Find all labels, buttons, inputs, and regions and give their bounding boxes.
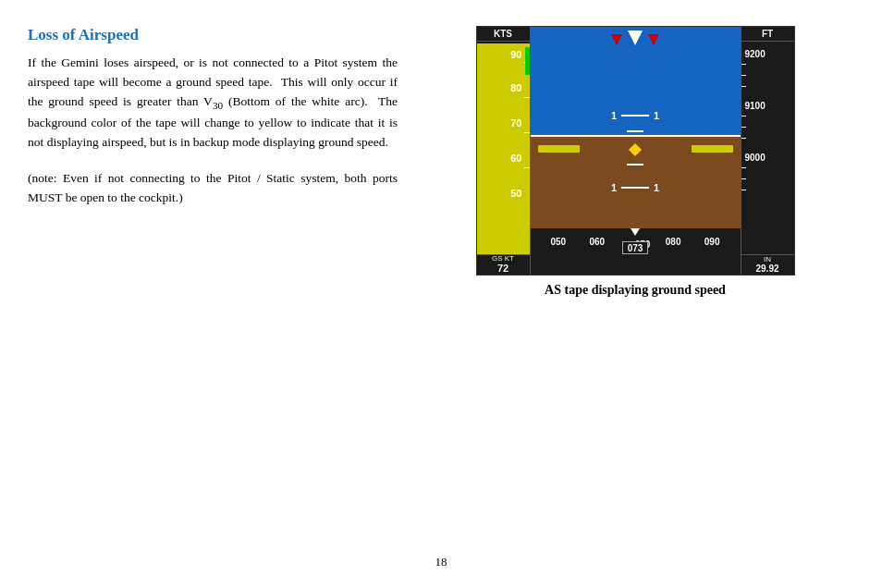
as-header: KTS [477,27,530,42]
alt-tick-8 [741,178,746,179]
alt-num-9100: 9100 [745,101,766,111]
pitch-num-right-bot: 1 [654,182,659,193]
page-number: 18 [435,555,447,570]
alt-current-value: 29.92 [755,263,778,274]
bank-triangle-left [611,34,622,45]
page-container: Loss of Airspeed If the Gemini loses air… [0,0,882,316]
hsi-090: 090 [704,237,720,247]
note-text: (note: Even if not connecting to the Pit… [28,169,398,208]
alt-num-9000: 9000 [745,153,766,163]
pitch-num-left-top: 1 [611,110,617,121]
pitch-ref-top: 1 1 [611,110,659,121]
hsi-pointer [631,228,640,236]
pitch-bar-bottom [621,187,649,189]
section-title: Loss of Airspeed [28,26,398,44]
attitude-area: 1 1 1 1 [531,27,741,230]
bank-indicator [611,31,659,45]
as-num-50: 50 [510,188,521,199]
hsi-current-box: 073 [622,241,648,254]
as-tick-3 [524,132,530,133]
alt-current-label: IN [764,256,771,263]
as-num-90: 90 [510,49,521,60]
yellow-bar-left [538,145,580,153]
pitch-bar-top [621,115,649,116]
as-tick-4 [524,167,530,168]
alt-tick-3 [741,86,746,87]
as-num-80: 80 [510,82,521,93]
hsi-current-value: 073 [628,243,643,253]
alt-tick-2 [741,75,746,76]
hsi-060: 060 [590,237,606,247]
bank-triangle-right [648,34,659,45]
pitch-bar-ground [627,164,643,165]
as-yellow-bg [477,43,530,254]
horizon-line [531,135,741,137]
left-panel: Loss of Airspeed If the Gemini loses air… [28,26,398,298]
as-num-70: 70 [510,117,521,129]
hsi-080: 080 [666,237,681,247]
pitch-num-right-top: 1 [654,110,659,121]
as-current-value: 72 [497,263,508,274]
alt-tick-9 [741,190,746,190]
right-panel: KTS 90 80 70 60 50 GS KT 7 [416,26,854,298]
as-current-label: GS KT [492,255,514,263]
as-current-box: GS KT 72 [477,254,530,275]
bank-triangle-center [628,31,643,45]
as-tick-2 [524,97,530,98]
alt-header: FT [741,27,794,42]
pitch-ref-bottom: 1 1 [611,182,659,193]
caption: AS tape displaying ground speed [545,283,726,298]
as-num-60: 60 [510,153,521,164]
alt-tick-6 [741,138,746,139]
yellow-bar-right [692,145,733,153]
airspeed-tape: KTS 90 80 70 60 50 GS KT 7 [477,27,531,275]
alt-tick-5 [741,127,746,128]
altitude-tape: FT 9200 9100 9000 IN 29.92 [741,27,794,275]
alt-tick-7 [741,167,746,168]
pitch-bar-5deg [627,130,643,132]
alt-tick-4 [741,116,746,116]
pfd-display: KTS 90 80 70 60 50 GS KT 7 [476,26,795,276]
pitch-num-left-bot: 1 [611,182,617,193]
alt-tick-1 [741,64,746,65]
alt-num-9200: 9200 [745,49,766,59]
hsi-bar: 050 060 070 080 090 073 [531,228,741,254]
as-green-bar [525,47,530,75]
hsi-050: 050 [551,237,567,247]
alt-current-box: IN 29.92 [741,254,794,275]
body-text: If the Gemini loses airspeed, or is not … [28,54,398,153]
